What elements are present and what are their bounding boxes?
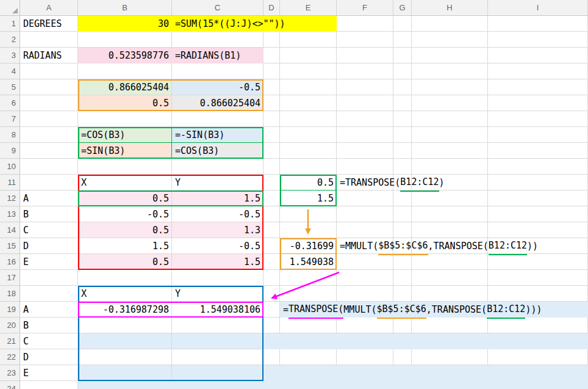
column-header-E[interactable]: E [280, 0, 337, 16]
column-header-C[interactable]: C [172, 0, 264, 16]
row-header-22[interactable]: 22 [0, 349, 20, 365]
column-header-I[interactable]: I [488, 0, 588, 16]
row-header-23[interactable]: 23 [0, 365, 20, 381]
row-header-4[interactable]: 4 [0, 64, 20, 79]
row-header-6[interactable]: 6 [0, 95, 20, 111]
row-header-16[interactable]: 16 [0, 254, 20, 270]
row-header-7[interactable]: 7 [0, 111, 20, 127]
headers-layer: ABCDEFGHI1234567891011121314151617181920… [0, 0, 588, 389]
row-header-2[interactable]: 2 [0, 32, 20, 48]
row-header-3[interactable]: 3 [0, 48, 20, 64]
row-header-24[interactable]: 24 [0, 381, 20, 389]
select-all-corner[interactable] [0, 0, 20, 16]
row-header-8[interactable]: 8 [0, 127, 20, 143]
column-header-A[interactable]: A [20, 0, 78, 16]
row-header-11[interactable]: 11 [0, 175, 20, 191]
column-header-D[interactable]: D [264, 0, 280, 16]
row-header-21[interactable]: 21 [0, 333, 20, 349]
row-header-10[interactable]: 10 [0, 159, 20, 175]
row-header-12[interactable]: 12 [0, 191, 20, 206]
spreadsheet: DEGREES30=SUM(15*((J:J)<>""))RADIANS0.52… [0, 0, 588, 389]
row-header-15[interactable]: 15 [0, 238, 20, 254]
row-header-9[interactable]: 9 [0, 143, 20, 159]
column-header-B[interactable]: B [78, 0, 172, 16]
column-header-H[interactable]: H [412, 0, 488, 16]
row-header-1[interactable]: 1 [0, 16, 20, 32]
column-header-G[interactable]: G [393, 0, 412, 16]
row-header-20[interactable]: 20 [0, 318, 20, 333]
row-header-17[interactable]: 17 [0, 270, 20, 286]
row-header-14[interactable]: 14 [0, 222, 20, 238]
row-header-19[interactable]: 19 [0, 302, 20, 318]
column-header-F[interactable]: F [337, 0, 393, 16]
row-header-13[interactable]: 13 [0, 206, 20, 222]
row-header-5[interactable]: 5 [0, 79, 20, 95]
row-header-18[interactable]: 18 [0, 286, 20, 302]
select-all-triangle-icon [12, 8, 18, 13]
